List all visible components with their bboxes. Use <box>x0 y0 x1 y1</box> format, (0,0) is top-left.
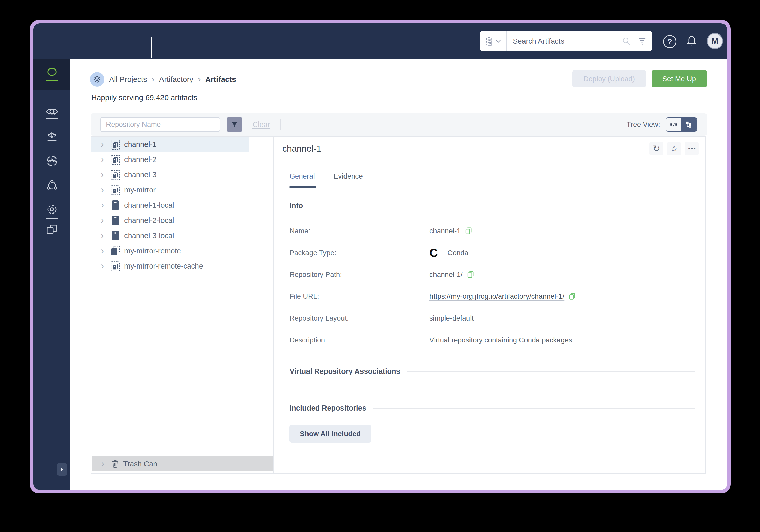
icon-underline <box>46 194 58 194</box>
favorite-button[interactable]: ☆ <box>667 142 681 156</box>
expand-arrow-icon <box>60 467 64 472</box>
sidebar-nav <box>33 59 70 490</box>
tree-view-label: Tree View: <box>627 121 660 128</box>
field-value: channel-1 <box>429 227 461 235</box>
tree-item-my-mirror-remote[interactable]: › my-mirror-remote <box>91 243 273 259</box>
repository-type-icon <box>110 230 120 241</box>
connections-icon <box>46 179 58 191</box>
repository-type-icon <box>110 138 120 150</box>
ellipsis-icon: ••• <box>687 145 696 152</box>
field-row-package-type: Package Type: C Conda <box>290 242 694 264</box>
refresh-button[interactable]: ↻ <box>649 142 663 156</box>
field-row-description: Description: Virtual repository containi… <box>290 329 694 351</box>
layers-icon <box>93 75 101 83</box>
detail-header: channel-1 ↻ ☆ ••• <box>274 137 705 161</box>
breadcrumb-all-projects[interactable]: All Projects <box>109 75 147 84</box>
repository-detail-panel: channel-1 ↻ ☆ ••• General Evidence <box>274 136 706 474</box>
detail-tabs: General Evidence <box>290 172 705 180</box>
repository-type-icon <box>110 260 120 272</box>
help-icon: ? <box>663 35 676 48</box>
file-url-link[interactable]: https://my-org.jfrog.io/artifactory/chan… <box>429 292 564 301</box>
sidebar-item-administration[interactable] <box>33 203 70 219</box>
field-value: Conda <box>448 249 468 257</box>
associations-heading-label: Virtual Repository Associations <box>290 367 400 375</box>
search-input[interactable] <box>507 37 622 45</box>
tree-view-icon <box>686 121 692 128</box>
info-heading-label: Info <box>290 202 303 210</box>
sidebar-item-xray[interactable] <box>33 107 70 119</box>
view-mode-toggle <box>666 118 697 132</box>
detail-body: Info Name: channel-1 Package Type: <box>274 202 705 443</box>
artifactory-icon <box>46 68 58 77</box>
breadcrumb-separator: › <box>152 74 154 84</box>
tree-item-channel-2-local[interactable]: › channel-2-local <box>91 213 273 228</box>
clear-filter-link[interactable]: Clear <box>253 121 270 129</box>
header-divider <box>151 37 152 58</box>
field-row-repository-layout: Repository Layout: simple-default <box>290 307 694 329</box>
repository-type-icon <box>110 184 120 196</box>
trash-can-label: Trash Can <box>123 460 157 468</box>
more-actions-button[interactable]: ••• <box>685 142 699 156</box>
deploy-upload-button[interactable]: Deploy (Upload) <box>572 70 646 87</box>
sidebar-item-projects[interactable] <box>33 224 70 235</box>
field-label: File URL: <box>290 292 429 301</box>
tree-item-channel-2[interactable]: › channel-2 <box>91 152 273 167</box>
trash-can-row[interactable]: › Trash Can <box>92 457 273 471</box>
refresh-icon: ↻ <box>652 143 660 154</box>
tree-item-my-mirror[interactable]: › my-mirror <box>91 182 273 198</box>
copy-icon[interactable] <box>465 226 473 236</box>
repository-name-input[interactable] <box>100 117 220 132</box>
user-avatar[interactable]: M <box>707 33 723 49</box>
tree-view-segment[interactable] <box>682 118 697 131</box>
sidebar-item-artifactory[interactable] <box>33 68 70 81</box>
sidebar-item-distribution[interactable] <box>33 130 70 143</box>
tree-item-label: channel-2-local <box>124 216 174 225</box>
tree-item-channel-1[interactable]: › channel-1 <box>91 137 250 152</box>
tree-item-label: channel-1-local <box>124 201 174 210</box>
flat-view-segment[interactable] <box>666 118 682 131</box>
field-value: channel-1/ <box>429 270 463 279</box>
repository-type-icon <box>110 245 120 257</box>
field-label: Name: <box>290 227 429 235</box>
included-section-heading: Included Repositories <box>290 404 694 412</box>
field-label: Repository Layout: <box>290 314 429 322</box>
app-surface: ? M <box>33 23 727 490</box>
filter-apply-button[interactable] <box>227 117 242 132</box>
global-search <box>480 31 652 51</box>
tab-evidence[interactable]: Evidence <box>334 172 363 180</box>
info-fields: Name: channel-1 Package Type: C Conda <box>290 220 694 351</box>
tree-item-channel-3-local[interactable]: › channel-3-local <box>91 228 273 243</box>
set-me-up-button[interactable]: Set Me Up <box>651 70 707 87</box>
search-scope-selector[interactable] <box>480 31 507 51</box>
heading-rule <box>309 206 694 206</box>
sidebar-expand-button[interactable] <box>57 463 68 476</box>
tree-item-channel-1-local[interactable]: › channel-1-local <box>91 198 273 213</box>
active-tab-underline <box>290 186 316 188</box>
associations-section-heading: Virtual Repository Associations <box>290 367 694 375</box>
breadcrumb-artifacts: Artifacts <box>205 75 236 84</box>
notifications-button[interactable] <box>685 34 699 48</box>
project-scope-badge[interactable] <box>90 72 105 87</box>
sidebar-item-pipelines[interactable] <box>33 155 70 170</box>
sidebar-divider <box>40 247 64 248</box>
tree-item-my-mirror-remote-cache[interactable]: › my-mirror-remote-cache <box>91 259 273 273</box>
tree-item-channel-3[interactable]: › channel-3 <box>91 167 273 182</box>
breadcrumb-artifactory[interactable]: Artifactory <box>159 75 193 84</box>
show-all-included-button[interactable]: Show All Included <box>290 425 371 443</box>
search-icon[interactable] <box>622 36 631 46</box>
breadcrumb: All Projects › Artifactory › Artifacts <box>90 72 236 87</box>
sidebar-item-connections[interactable] <box>33 179 70 194</box>
tab-general[interactable]: General <box>290 172 315 180</box>
tree-item-label: my-mirror-remote <box>124 247 181 255</box>
tree-item-label: channel-3 <box>124 170 157 179</box>
bell-icon <box>686 35 697 47</box>
help-button[interactable]: ? <box>663 34 677 49</box>
copy-icon[interactable] <box>467 270 475 279</box>
field-label: Repository Path: <box>290 270 429 279</box>
distribution-icon <box>46 130 58 143</box>
app-window: ? M <box>30 20 731 494</box>
filter-icon[interactable] <box>638 37 647 45</box>
copy-icon[interactable] <box>568 292 577 301</box>
icon-underline <box>46 169 58 170</box>
heading-rule <box>407 371 694 372</box>
